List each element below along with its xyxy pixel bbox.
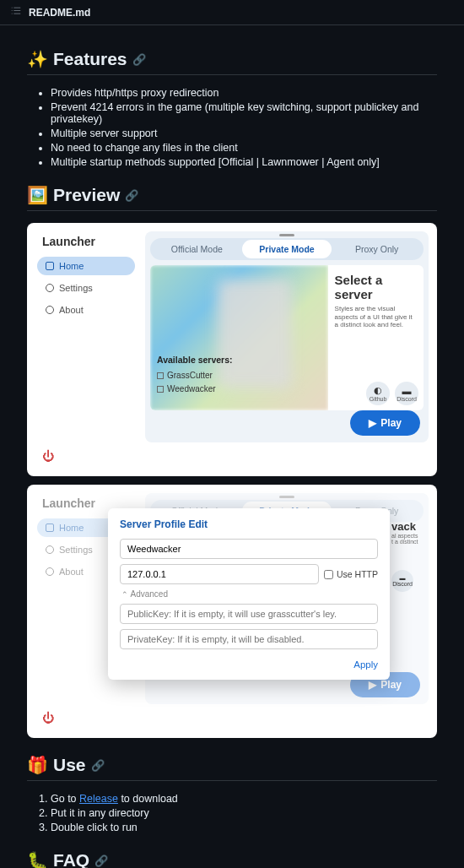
discord-icon: ▬ [402,386,412,396]
server-name-input[interactable] [120,539,378,559]
anchor-icon[interactable]: 🔗 [94,854,108,867]
heading-use: 🎁 Use 🔗 [27,755,437,781]
feature-item: Multiple startup methods supported [Offi… [51,156,437,168]
discord-button[interactable]: ▬Discord [395,382,418,405]
heading-text: Use [53,755,86,775]
readme-content: ✨ Features 🔗 Provides http/https proxy r… [0,25,464,868]
heading-text: Preview [53,185,120,205]
feature-item: No need to change any files in the clien… [51,142,437,154]
tab-official[interactable]: Official Mode [152,240,242,258]
heading-faq: 🐛 FAQ 🔗 [27,850,437,868]
drag-handle-icon[interactable] [279,234,294,236]
preview-screenshot-1: Launcher Home Settings About Official Mo… [27,223,437,476]
home-icon [46,262,54,270]
launcher-title: Launcher [37,235,135,248]
feature-item: Multiple server support [51,127,437,139]
publickey-input[interactable] [120,604,378,624]
available-servers-label: Available servers: [157,355,233,365]
gear-icon [46,284,54,292]
select-server-desc: Styles are the visual aspects of a UI th… [335,305,417,329]
play-button[interactable]: ▶Play [350,410,420,436]
github-button[interactable]: ◐Github [366,382,390,405]
readme-filename: README.md [29,7,90,19]
server-ip-input[interactable] [120,564,319,584]
server-artwork: Available servers: GrassCutter Weedwacke… [150,265,328,410]
privatekey-input[interactable] [120,629,378,649]
step-item: Go to Release to download [51,793,437,805]
use-http-checkbox[interactable]: Use HTTP [324,569,378,579]
feature-item: Provides http/https proxy redirection [51,87,437,99]
server-item[interactable]: GrassCutter [157,371,213,380]
server-box-icon [157,386,164,393]
play-icon: ▶ [369,417,376,429]
anchor-icon[interactable]: 🔗 [125,189,138,202]
server-panel: Available servers: GrassCutter Weedwacke… [150,265,424,410]
list-icon [10,5,22,19]
use-steps: Go to Release to download Put it in any … [27,793,437,833]
info-icon [46,306,54,314]
release-link[interactable]: Release [79,793,118,805]
advanced-toggle[interactable]: Advanced [121,589,378,599]
heading-text: Features [53,49,127,69]
server-info-peek: vack al aspectst a distinct ▬Discord [391,520,429,592]
discord-button: ▬Discord [391,570,413,592]
launcher-main: Official Mode Private Mode Proxy Only Av… [145,231,429,442]
nav-settings[interactable]: Settings [37,279,135,297]
feature-item: Prevent 4214 errors in the game (multipl… [51,101,437,125]
server-box-icon [157,372,164,379]
select-server-title: Select a server [335,274,417,301]
tab-private[interactable]: Private Mode [242,240,332,258]
server-profile-modal: Server Profile Edit Use HTTP Advanced Ap… [108,508,390,680]
github-icon: ◐ [374,385,382,396]
power-icon[interactable]: ⏻ [42,449,54,463]
picture-icon: 🖼️ [27,185,48,205]
tab-bar: Official Mode Private Mode Proxy Only [150,238,424,260]
server-item[interactable]: Weedwacker [157,384,216,393]
server-info: Select a server Styles are the visual as… [328,265,424,410]
nav-about[interactable]: About [37,301,135,319]
bug-icon: 🐛 [27,850,48,868]
readme-header: README.md [0,0,464,25]
nav-home[interactable]: Home [37,257,135,275]
launcher-sidebar: Launcher Home Settings About [35,231,137,442]
apply-button[interactable]: Apply [120,659,378,670]
step-item: Double click to run [51,822,437,833]
heading-preview: 🖼️ Preview 🔗 [27,185,437,211]
heading-features: ✨ Features 🔗 [27,49,437,75]
anchor-icon[interactable]: 🔗 [132,53,146,66]
heading-text: FAQ [53,850,89,868]
sparkles-icon: ✨ [27,49,48,69]
features-list: Provides http/https proxy redirection Pr… [27,87,437,168]
step-item: Put it in any directory [51,807,437,819]
modal-title: Server Profile Edit [120,518,378,530]
tab-proxy[interactable]: Proxy Only [332,240,422,258]
anchor-icon[interactable]: 🔗 [91,759,105,772]
preview-screenshot-2: Launcher Home Settings About Official Mo… [27,485,437,738]
gift-icon: 🎁 [27,755,48,775]
